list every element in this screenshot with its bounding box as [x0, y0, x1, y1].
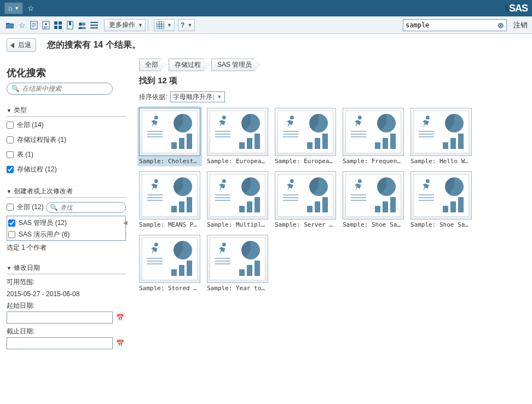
- result-thumbnail[interactable]: [207, 108, 268, 156]
- favorite-star-icon[interactable]: ☆: [25, 4, 37, 13]
- result-item[interactable]: Sample: Server ...: [275, 171, 336, 228]
- svg-rect-8: [69, 21, 71, 25]
- filter-label: 存储过程 (12): [17, 165, 57, 174]
- refine-search-box[interactable]: 🔍: [7, 83, 113, 95]
- grid-icon[interactable]: [53, 19, 63, 31]
- report-icon: [413, 111, 469, 153]
- sort-label: 排序依据:: [139, 93, 167, 102]
- sidebar-collapser[interactable]: ⋮ ◀ ⋮: [123, 208, 129, 237]
- chevron-down-icon: ▼: [14, 5, 19, 11]
- result-item[interactable]: Sample: Europea...: [275, 108, 336, 165]
- back-button[interactable]: 后退: [7, 38, 36, 52]
- help-icon: ?: [181, 21, 184, 29]
- result-label: Sample: Europea...: [207, 158, 268, 165]
- range-label: 可用范围:: [7, 278, 126, 287]
- list-icon[interactable]: [89, 19, 100, 31]
- filter-checkbox[interactable]: [7, 166, 14, 173]
- search-input[interactable]: [406, 21, 498, 29]
- home-button[interactable]: ⌂ ▼: [4, 2, 23, 14]
- filter-checkbox[interactable]: [7, 136, 14, 143]
- result-thumbnail[interactable]: [275, 108, 336, 156]
- filter-checkbox[interactable]: [7, 151, 14, 158]
- result-thumbnail[interactable]: [343, 108, 404, 156]
- dots-icon: ⋮: [123, 208, 129, 214]
- creator-all-row[interactable]: 全部 (12): [7, 201, 44, 213]
- result-label: Sample: Shoe Sa...: [410, 221, 472, 228]
- range-value: 2015-05-27 - 2015-06-08: [7, 290, 126, 298]
- table-view-button[interactable]: ▼: [154, 19, 175, 31]
- svg-rect-6: [59, 26, 62, 29]
- bookmark-icon[interactable]: [65, 19, 76, 31]
- help-button[interactable]: ?▼: [178, 19, 195, 31]
- type-list: 全部 (14)存储过程报表 (1)表 (1)存储过程 (12): [7, 119, 126, 176]
- divider: [148, 19, 148, 31]
- svg-point-23: [222, 243, 226, 246]
- breadcrumb-item[interactable]: SAS 管理员: [211, 59, 260, 71]
- filter-checkbox[interactable]: [8, 220, 15, 227]
- svg-point-22: [154, 243, 158, 246]
- result-thumbnail[interactable]: [207, 235, 268, 283]
- filter-row[interactable]: 表 (1): [7, 148, 126, 161]
- more-operations-label: 更多操作: [109, 20, 135, 30]
- result-thumbnail[interactable]: [139, 171, 200, 220]
- section-type-header[interactable]: 类型: [7, 106, 126, 117]
- filter-row[interactable]: 存储过程报表 (1): [7, 134, 126, 146]
- result-thumbnail[interactable]: [139, 108, 200, 156]
- creator-lookup-input[interactable]: [60, 204, 122, 211]
- svg-point-9: [79, 22, 82, 26]
- breadcrumb-item[interactable]: 存储过程: [169, 59, 209, 71]
- search-summary: 您的搜索有 14 个结果。: [47, 39, 141, 51]
- result-thumbnail[interactable]: [139, 235, 200, 283]
- result-thumbnail[interactable]: [410, 108, 472, 156]
- result-item[interactable]: Sample: Hello W...: [410, 108, 472, 165]
- chevron-left-icon: ◀: [123, 220, 129, 226]
- result-item[interactable]: Sample: Shoe Sa...: [343, 171, 404, 228]
- filter-checkbox[interactable]: [7, 122, 14, 129]
- sort-dropdown[interactable]: 字母顺序升序: [170, 91, 225, 102]
- filter-row[interactable]: SAS 演示用户 (6): [8, 229, 124, 240]
- clear-search-icon[interactable]: ⊗: [498, 21, 504, 30]
- users-icon[interactable]: [77, 19, 88, 31]
- result-thumbnail[interactable]: [343, 171, 404, 220]
- result-label: Sample: Server ...: [275, 221, 336, 228]
- doc-icon-2[interactable]: [41, 19, 51, 31]
- open-icon[interactable]: [4, 19, 15, 31]
- creator-all-checkbox[interactable]: [7, 204, 14, 211]
- svg-point-10: [82, 22, 85, 26]
- calendar-icon[interactable]: 📅: [114, 311, 126, 324]
- result-item[interactable]: Sample: Frequen...: [343, 108, 404, 165]
- result-item[interactable]: Sample: Europea...: [207, 108, 268, 165]
- result-item[interactable]: Sample: Stored ...: [139, 235, 200, 292]
- chevron-down-icon: ▼: [167, 22, 172, 28]
- start-date-input[interactable]: [7, 311, 113, 324]
- calendar-icon[interactable]: 📅: [114, 337, 126, 349]
- filter-row[interactable]: 全部 (14): [7, 119, 126, 131]
- result-item[interactable]: Sample: Year to...: [207, 235, 268, 292]
- favorite-icon[interactable]: ☆: [16, 19, 27, 31]
- search-box[interactable]: ⊗: [403, 19, 507, 31]
- result-label: Sample: MEANS P...: [139, 221, 200, 228]
- result-thumbnail[interactable]: [275, 171, 336, 220]
- logout-link[interactable]: 注销: [513, 20, 528, 30]
- filter-row[interactable]: 存储过程 (12): [7, 163, 126, 176]
- result-item[interactable]: Sample: Shoe Sa...: [410, 171, 472, 228]
- section-modified-header[interactable]: 修改日期: [7, 263, 126, 274]
- result-thumbnail[interactable]: [410, 171, 472, 220]
- doc-icon-1[interactable]: [28, 19, 39, 31]
- filter-row[interactable]: SAS 管理员 (12): [8, 217, 124, 229]
- chevron-down-icon: ▼: [187, 22, 192, 28]
- end-date-input[interactable]: [7, 337, 113, 349]
- breadcrumb-item[interactable]: 全部: [139, 59, 166, 71]
- result-item[interactable]: Sample: Cholest...: [137, 106, 202, 166]
- section-creator-header[interactable]: 创建者或上次修改者: [7, 187, 126, 198]
- refine-search-input[interactable]: [22, 85, 108, 93]
- more-operations-button[interactable]: 更多操作▼: [104, 19, 146, 31]
- result-item[interactable]: Sample: MEANS P...: [139, 171, 200, 228]
- svg-point-19: [290, 179, 294, 183]
- result-thumbnail[interactable]: [207, 171, 268, 220]
- filter-checkbox[interactable]: [8, 231, 15, 238]
- breadcrumb: 全部存储过程SAS 管理员: [139, 59, 525, 71]
- result-item[interactable]: Sample: Multipl...: [207, 171, 268, 228]
- end-date-label: 截止日期:: [7, 327, 126, 336]
- creator-lookup[interactable]: 🔍: [46, 202, 126, 213]
